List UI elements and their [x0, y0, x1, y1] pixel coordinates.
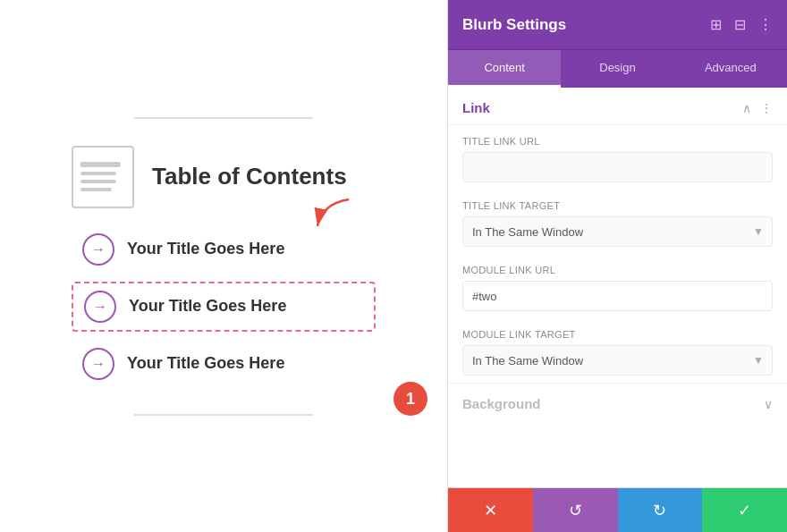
module-link-url-input[interactable] — [462, 281, 773, 311]
toc-item-label-2: Your Title Goes Here — [129, 297, 286, 316]
link-section-header: Link ∧ ⋮ — [448, 88, 787, 125]
icon-line-1 — [80, 162, 121, 167]
more-icon[interactable]: ⋮ — [758, 16, 773, 33]
title-link-target-label: Title Link Target — [462, 200, 773, 211]
icon-line-4 — [80, 188, 112, 191]
title-link-url-input[interactable] — [462, 152, 773, 182]
panel-toolbar: ✕ ↺ ↻ ✓ — [448, 487, 787, 532]
toc-arrow-circle-2: → — [84, 291, 116, 323]
top-divider — [134, 117, 313, 119]
toc-items-list: → Your Title Goes Here → Your Title Goes… — [36, 226, 411, 387]
toc-item-1[interactable]: → Your Title Goes Here — [72, 226, 376, 273]
title-link-target-select[interactable]: In The Same WindowIn A New Tab — [462, 216, 773, 247]
panel-title: Blurb Settings — [462, 16, 566, 34]
toc-header: Table of Contents — [72, 146, 347, 208]
panel-header: Blurb Settings ⊞ ⊟ ⋮ — [448, 0, 787, 49]
table-of-contents: Table of Contents → Your Title Goes Here… — [36, 146, 411, 387]
title-link-url-label: Title Link URL — [462, 136, 773, 147]
section-more-icon[interactable]: ⋮ — [760, 101, 773, 115]
tab-advanced[interactable]: Advanced — [674, 50, 787, 88]
toc-arrow-circle-1: → — [82, 233, 114, 266]
module-link-url-group: Module Link URL — [448, 254, 787, 318]
background-collapse-icon[interactable]: ∨ — [764, 397, 773, 411]
toc-arrow-circle-3: → — [82, 348, 114, 380]
right-panel: Blurb Settings ⊞ ⊟ ⋮ Content Design Adva… — [447, 0, 787, 532]
collapse-icon[interactable]: ∧ — [742, 101, 751, 115]
title-link-target-group: Title Link Target In The Same WindowIn A… — [448, 190, 787, 254]
save-button[interactable]: ✓ — [702, 488, 787, 532]
bottom-divider — [134, 414, 313, 416]
module-link-target-group: Module Link Target In The Same WindowIn … — [448, 318, 787, 383]
module-link-url-label: Module Link URL — [462, 265, 773, 275]
toc-item-3[interactable]: → Your Title Goes Here — [72, 341, 376, 387]
panel-content: Link ∧ ⋮ Title Link URL Title Link Targe… — [448, 88, 787, 487]
tab-content[interactable]: Content — [448, 50, 561, 88]
panel-tabs: Content Design Advanced — [448, 49, 787, 88]
background-section-title: Background — [462, 396, 541, 411]
undo-button[interactable]: ↺ — [533, 488, 618, 532]
icon-line-2 — [80, 172, 116, 175]
toc-title: Table of Contents — [152, 163, 347, 190]
toc-item-label-3: Your Title Goes Here — [127, 354, 284, 373]
background-section[interactable]: Background ∨ — [448, 383, 787, 424]
icon-line-3 — [80, 180, 116, 183]
left-panel: Table of Contents → Your Title Goes Here… — [0, 0, 447, 532]
cancel-button[interactable]: ✕ — [448, 488, 533, 532]
resize-icon[interactable]: ⊞ — [710, 16, 722, 33]
header-icons: ⊞ ⊟ ⋮ — [710, 16, 773, 33]
title-link-url-group: Title Link URL — [448, 125, 787, 190]
toc-item-2[interactable]: → Your Title Goes Here — [72, 282, 376, 332]
toc-icon — [72, 146, 134, 208]
toc-item-label-1: Your Title Goes Here — [127, 240, 284, 258]
link-section-title: Link — [462, 100, 490, 115]
section-header-icons: ∧ ⋮ — [742, 101, 773, 115]
grid-icon[interactable]: ⊟ — [734, 16, 746, 33]
module-link-target-wrapper: In The Same WindowIn A New Tab ▼ — [462, 345, 773, 376]
tab-design[interactable]: Design — [561, 50, 673, 88]
redo-button[interactable]: ↻ — [618, 488, 703, 532]
module-link-target-select[interactable]: In The Same WindowIn A New Tab — [462, 345, 773, 376]
module-link-target-label: Module Link Target — [462, 329, 773, 340]
title-link-target-wrapper: In The Same WindowIn A New Tab ▼ — [462, 216, 773, 247]
step-badge-1: 1 — [394, 382, 427, 416]
